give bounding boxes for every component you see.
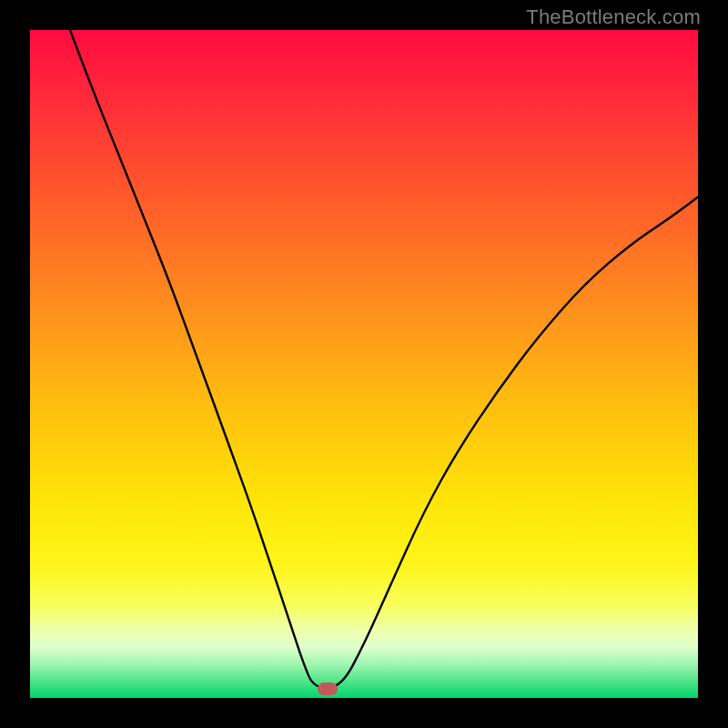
chart-frame: TheBottleneck.com: [0, 0, 728, 728]
optimum-marker: [318, 682, 338, 695]
watermark-text: TheBottleneck.com: [526, 5, 701, 29]
bottleneck-curve: [30, 30, 698, 698]
plot-area: [30, 30, 698, 698]
